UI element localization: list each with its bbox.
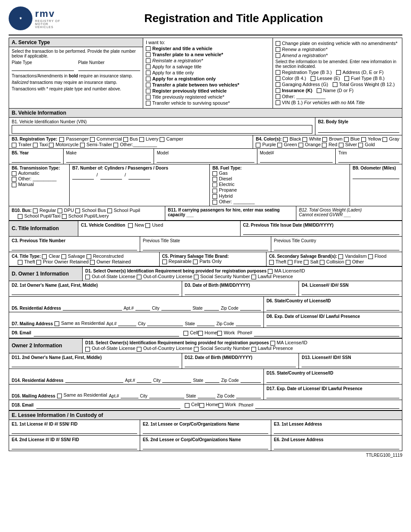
b8-electric[interactable]: Electric <box>212 182 347 187</box>
b6-automatic[interactable]: Automatic <box>12 170 67 176</box>
e5-input[interactable] <box>143 442 268 449</box>
b3-taxi[interactable]: Taxi <box>33 142 49 147</box>
d9-home[interactable]: Home <box>198 330 217 336</box>
d5-address-input[interactable] <box>63 304 122 311</box>
option-change-plate[interactable]: Change plate on existing vehicle with no… <box>276 41 400 46</box>
d1-lawful[interactable]: Lawful Presence <box>251 274 293 279</box>
d1-ssn[interactable]: Social Security Number <box>194 274 251 279</box>
c1-new[interactable]: New <box>128 222 145 228</box>
d9-email-input[interactable] <box>34 330 179 337</box>
d14-address-input[interactable] <box>65 376 123 383</box>
c6-vandalism[interactable]: Vandalism <box>338 253 368 259</box>
b3-camper[interactable]: Camper <box>160 136 183 141</box>
d9-phone-input[interactable] <box>254 330 399 337</box>
option-transfer-between[interactable]: Transfer a plate between two vehicles* <box>146 82 270 87</box>
c6-collision[interactable]: Collision <box>320 259 346 264</box>
d9-work[interactable]: Work <box>217 330 234 336</box>
d3-input[interactable] <box>185 288 296 295</box>
d5-zip-input[interactable] <box>240 304 261 311</box>
plate-number-input[interactable] <box>78 65 141 71</box>
amend-reg-type[interactable]: Registration Type (B 3.) <box>276 70 332 75</box>
c5-parts[interactable]: Parts Only <box>193 259 222 264</box>
d14-apt-input[interactable] <box>137 376 151 383</box>
b4-silver[interactable]: Silver <box>339 142 359 147</box>
c5-repairable[interactable]: Repairable <box>162 259 193 264</box>
b4-green[interactable]: Green <box>277 142 299 147</box>
option-renew-reg[interactable]: Renew a registration* <box>276 47 400 52</box>
d1-out-country[interactable]: Out-of-Country License <box>137 274 194 279</box>
d18-cell-cb[interactable]: Cell <box>185 402 199 407</box>
d5-state-input[interactable] <box>204 304 219 311</box>
b3-other[interactable]: Other:_________ <box>113 142 157 147</box>
b8-propane[interactable]: Propane <box>212 187 347 193</box>
b4-gold[interactable]: Gold <box>358 142 375 147</box>
e3-input[interactable] <box>274 427 399 434</box>
d14-state-input[interactable] <box>205 376 220 383</box>
amend-garaging[interactable]: Garaging Address (G) <box>276 82 328 87</box>
b5-make-input[interactable] <box>66 156 151 163</box>
c4-reconstructed[interactable]: Reconstructed <box>87 253 124 259</box>
d10-out-state[interactable]: Out-of-State License <box>85 346 137 351</box>
d1-out-state[interactable]: Out-of-State License <box>85 274 137 279</box>
c4-prior-owner[interactable]: Prior Owner Retained <box>36 259 90 264</box>
c6-flood[interactable]: Flood <box>368 253 387 259</box>
d10-ma-license[interactable]: MA License/ID <box>270 340 308 345</box>
e1-input[interactable] <box>12 427 137 434</box>
b4-blue[interactable]: Blue <box>344 136 361 141</box>
c6-salt[interactable]: Salt <box>304 259 320 264</box>
amend-vin[interactable]: VIN (B 1.) For vehicles with no MA Title <box>276 100 365 105</box>
b4-brown[interactable]: Brown <box>322 136 344 141</box>
b7-doors[interactable] <box>128 173 150 179</box>
b10-schoolpupiltaxi[interactable]: School Pupil/Taxi <box>18 213 62 218</box>
c4-owner-retained[interactable]: Owner Retained <box>90 259 131 264</box>
b10-schoolpupil[interactable]: School Pupil <box>107 208 140 213</box>
c3-country-input[interactable] <box>274 244 399 250</box>
d1-ma-license[interactable]: MA License/ID <box>268 268 305 273</box>
option-reg-only[interactable]: Apply for a registration only <box>146 76 270 81</box>
d2-input[interactable] <box>12 288 179 295</box>
amend-name[interactable]: Name (D or F) <box>317 88 353 93</box>
option-transfer-plate[interactable]: Transfer plate to a new vehicle* <box>146 52 270 57</box>
c2-input[interactable] <box>243 228 400 235</box>
option-title-only[interactable]: Apply for a title only <box>146 70 270 75</box>
b10-schoolbus[interactable]: School Bus <box>75 208 107 213</box>
b6-manual[interactable]: Manual <box>12 182 67 187</box>
option-register-title[interactable]: Register and title a vehicle <box>146 46 270 51</box>
b4-gray[interactable]: Gray <box>382 136 399 141</box>
b8-hybrid[interactable]: Hybrid <box>212 193 347 199</box>
plate-type-input[interactable] <box>12 65 74 71</box>
b4-white[interactable]: White <box>302 136 322 141</box>
d7-city-input[interactable] <box>147 319 183 326</box>
b5-modelnum-input[interactable] <box>260 156 333 163</box>
d5-apt-input[interactable] <box>135 304 150 311</box>
b4-orange[interactable]: Orange <box>299 142 322 147</box>
option-reinstate[interactable]: Reinstate a registration* <box>146 58 270 63</box>
d16-state-input[interactable] <box>198 391 215 398</box>
b8-gas[interactable]: Gas <box>212 170 347 176</box>
d7-state-input[interactable] <box>197 319 215 326</box>
d7-apt-input[interactable] <box>118 319 136 326</box>
b5-trim-input[interactable] <box>338 156 399 163</box>
d9-cell[interactable]: Cell <box>183 330 198 336</box>
option-title-prev-reg[interactable]: Title previously registered vehicle* <box>146 94 270 99</box>
d7-zip-input[interactable] <box>236 319 261 326</box>
e2-input[interactable] <box>143 427 268 434</box>
d18-home-cb[interactable]: Home <box>199 402 218 407</box>
amend-lessee[interactable]: Lessee (E) <box>311 76 340 81</box>
c4-theft[interactable]: Theft <box>18 259 36 264</box>
b4-purple[interactable]: Purple <box>256 142 277 147</box>
d12-input[interactable] <box>185 360 296 367</box>
d10-ssn[interactable]: Social Security Number <box>194 346 251 351</box>
b7-cylinders[interactable] <box>72 173 94 179</box>
amend-fuel[interactable]: Fuel Type (B 8.) <box>344 76 385 81</box>
c6-theft[interactable]: Theft <box>269 259 288 264</box>
d15-input[interactable] <box>267 376 399 383</box>
d8-input[interactable] <box>267 319 399 326</box>
d11-input[interactable] <box>12 360 179 367</box>
d16-apt-input[interactable] <box>121 391 138 398</box>
d14-city-input[interactable] <box>162 376 191 383</box>
c4-clear[interactable]: Clear <box>42 253 61 259</box>
d5-city-input[interactable] <box>161 304 191 311</box>
b10-dpu[interactable]: DPU <box>58 208 75 213</box>
amend-color[interactable]: Color (B 4.) <box>276 76 306 81</box>
